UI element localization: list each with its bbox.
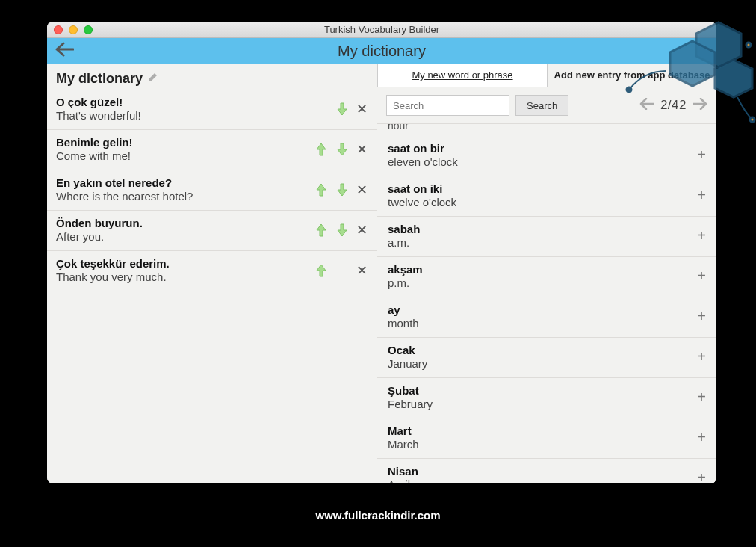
edit-icon[interactable]	[147, 71, 159, 87]
database-entry: saat on bireleven o'clock	[388, 142, 697, 168]
database-row: saat on bireleven o'clock+	[377, 136, 716, 176]
db-turkish: Şubat	[388, 384, 697, 397]
close-window-button[interactable]	[54, 25, 63, 34]
db-english: p.m.	[388, 276, 697, 289]
db-turkish: akşam	[388, 263, 697, 276]
db-english: a.m.	[388, 236, 697, 249]
add-entry-button[interactable]: +	[697, 268, 706, 285]
database-entry: MartMarch	[388, 424, 697, 451]
dictionary-row: En yakın otel nerede?Where is the neares…	[47, 170, 377, 211]
move-down-button[interactable]	[335, 223, 349, 237]
search-button[interactable]: Search	[515, 95, 568, 116]
pager-next-button[interactable]	[693, 98, 707, 113]
dictionary-row: O çok güzel!That's wonderful!✕	[47, 90, 377, 130]
row-controls: ✕	[315, 183, 368, 197]
dictionary-entry: Önden buyurun.After you.	[56, 217, 315, 243]
db-turkish: Nisan	[388, 465, 697, 478]
minimize-window-button[interactable]	[69, 25, 78, 34]
row-controls: ✕	[315, 264, 368, 277]
row-controls: ✕	[315, 223, 368, 237]
add-entry-button[interactable]: +	[697, 389, 706, 406]
move-down-button[interactable]	[335, 183, 349, 197]
database-entry: saat on ikitwelve o'clock	[388, 182, 697, 208]
tab-row: My new word or phrase Add new entry from…	[377, 64, 716, 87]
db-turkish: saat on bir	[388, 142, 697, 155]
database-row: MartMarch+	[377, 418, 716, 459]
database-entry: sabaha.m.	[388, 223, 697, 249]
database-entry: OcakJanuary	[388, 344, 697, 370]
database-row: OcakJanuary+	[377, 338, 716, 378]
svg-point-4	[750, 117, 755, 122]
add-entry-button[interactable]: +	[697, 348, 706, 365]
entry-english: Where is the nearest hotel?	[56, 190, 315, 203]
search-row: Search 2/42	[377, 87, 716, 123]
svg-point-5	[746, 43, 751, 47]
add-entry-button[interactable]: +	[697, 469, 706, 483]
maximize-window-button[interactable]	[84, 25, 93, 34]
window-title: Turkish Vocabulary Builder	[47, 24, 716, 35]
db-english: January	[388, 357, 697, 370]
add-entry-button[interactable]: +	[697, 187, 706, 204]
entry-english: After you.	[56, 230, 315, 243]
entry-turkish: O çok güzel!	[56, 96, 315, 108]
entry-english: That's wonderful!	[56, 109, 315, 122]
add-entry-button[interactable]: +	[697, 308, 706, 325]
traffic-lights	[54, 25, 93, 34]
dictionary-entry: O çok güzel!That's wonderful!	[56, 96, 315, 122]
database-clip-row: hour	[377, 123, 716, 136]
entry-turkish: En yakın otel nerede?	[56, 176, 315, 189]
database-row: saat on ikitwelve o'clock+	[377, 176, 716, 217]
entry-english: Thank you very much.	[56, 271, 315, 283]
database-entry: aymonth	[388, 303, 697, 330]
move-up-button[interactable]	[315, 223, 328, 237]
add-entry-button[interactable]: +	[697, 227, 706, 244]
delete-button[interactable]: ✕	[356, 102, 368, 116]
database-row: sabaha.m.+	[377, 217, 716, 257]
delete-button[interactable]: ✕	[356, 264, 368, 277]
db-turkish: ay	[388, 303, 697, 316]
footer-url: www.fullcrackindir.com	[0, 509, 756, 522]
dictionary-row: Benimle gelin!Come with me!✕	[47, 130, 377, 170]
db-english: month	[388, 317, 697, 330]
database-entry: ŞubatFebruary	[388, 384, 697, 410]
dictionary-list: O çok güzel!That's wonderful!✕Benimle ge…	[47, 90, 377, 483]
db-turkish: saat on iki	[388, 182, 697, 195]
svg-marker-2	[715, 60, 752, 97]
search-input[interactable]	[386, 95, 509, 116]
delete-button[interactable]: ✕	[356, 143, 368, 156]
db-turkish: sabah	[388, 223, 697, 235]
database-entry: NisanApril	[388, 465, 697, 483]
move-up-button[interactable]	[315, 264, 328, 277]
add-entry-button[interactable]: +	[697, 146, 706, 164]
db-turkish: Ocak	[388, 344, 697, 356]
db-turkish: Mart	[388, 424, 697, 437]
delete-button[interactable]: ✕	[356, 183, 368, 197]
panel-title: My dictionary	[56, 71, 143, 87]
tab-my-new-word[interactable]: My new word or phrase	[377, 64, 548, 87]
entry-turkish: Çok teşekkür ederim.	[56, 257, 315, 270]
row-controls: ✕	[315, 143, 368, 156]
move-up-button[interactable]	[315, 183, 328, 197]
pager-text: 2/42	[660, 98, 687, 113]
add-entry-button[interactable]: +	[697, 429, 706, 446]
database-list[interactable]: hour saat on bireleven o'clock+saat on i…	[377, 123, 716, 483]
right-pane: My new word or phrase Add new entry from…	[377, 64, 716, 483]
content-area: My dictionary O çok güzel!That's wonderf…	[47, 64, 716, 483]
dictionary-entry: Benimle gelin!Come with me!	[56, 136, 315, 162]
header-title: My dictionary	[47, 43, 716, 60]
pager-prev-button[interactable]	[639, 98, 654, 113]
database-row: akşamp.m.+	[377, 257, 716, 297]
database-row: aymonth+	[377, 297, 716, 338]
delete-button[interactable]: ✕	[356, 223, 368, 237]
move-up-button[interactable]	[315, 143, 328, 156]
pager: 2/42	[639, 98, 707, 113]
dictionary-row: Önden buyurun.After you.✕	[47, 211, 377, 251]
back-button[interactable]	[55, 42, 74, 60]
app-window: Turkish Vocabulary Builder My dictionary…	[47, 22, 716, 483]
move-down-button[interactable]	[335, 102, 349, 116]
left-pane: My dictionary O çok güzel!That's wonderf…	[47, 64, 377, 483]
move-down-button[interactable]	[335, 143, 349, 156]
tab-add-from-database[interactable]: Add new entry from app database	[548, 64, 716, 87]
database-row: ŞubatFebruary+	[377, 378, 716, 418]
database-row: NisanApril+	[377, 459, 716, 483]
